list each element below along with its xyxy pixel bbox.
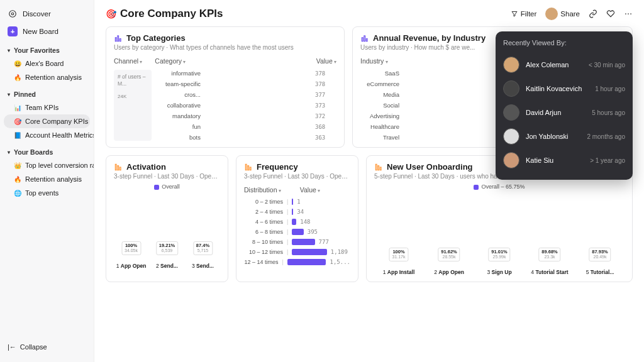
collapse-sidebar[interactable]: |← Collapse xyxy=(0,337,94,357)
freq-row: 12 – 14 times | 1,5... xyxy=(244,259,350,265)
nav-new-board[interactable]: + New Board xyxy=(0,23,94,40)
bar-label: informative xyxy=(157,70,201,77)
avatar-icon xyxy=(503,128,519,145)
bar-label: team-specific xyxy=(157,80,201,87)
bar-track xyxy=(204,134,311,141)
freq-bar xyxy=(292,199,293,205)
viewer-time: > 1 year ago xyxy=(590,157,625,164)
svg-point-2 xyxy=(625,13,626,14)
svg-rect-7 xyxy=(119,38,121,41)
step-badge: 91.62%28.55k xyxy=(438,248,460,261)
item-label: Top events xyxy=(25,189,58,197)
viewer-time: 1 hour ago xyxy=(595,85,625,92)
plus-icon: + xyxy=(8,26,18,36)
filter-value[interactable]: Value xyxy=(300,186,320,194)
step-badge: 91.01%25.99k xyxy=(488,248,510,261)
sidebar-item[interactable]: 🔥Retention analysis xyxy=(0,172,94,186)
share-button[interactable]: Share xyxy=(545,8,580,20)
freq-row: 4 – 6 times | 148 xyxy=(244,219,350,225)
viewer-row[interactable]: Jon Yablonski 2 months ago xyxy=(503,124,625,148)
bar-track xyxy=(204,92,311,98)
link-button[interactable] xyxy=(589,9,597,18)
freq-row: 2 – 4 times | 34 xyxy=(244,209,350,215)
filter-category[interactable]: Category xyxy=(155,57,186,65)
item-label: Alex's Board xyxy=(25,60,64,67)
item-label: Core Company KPIs xyxy=(25,118,88,125)
filter-distribution[interactable]: Distribution xyxy=(244,186,281,194)
bar-label: Advertising xyxy=(360,112,399,119)
svg-rect-14 xyxy=(245,164,247,170)
freq-value: 1 xyxy=(297,199,300,205)
viewer-name: Katie Siu xyxy=(526,156,584,164)
bar-label: mandatory xyxy=(157,112,201,119)
viewer-name: Kaitlin Kovacevich xyxy=(526,85,589,92)
freq-label: 4 – 6 times xyxy=(244,219,283,225)
svg-rect-19 xyxy=(380,167,381,170)
page-title: 🎯 Core Company KPIs xyxy=(106,8,223,20)
legend: Overall xyxy=(114,184,220,190)
bar-row: mandatory 372 xyxy=(157,112,336,119)
avatar-icon xyxy=(503,104,519,121)
freq-row: 6 – 8 times | 395 xyxy=(244,229,350,235)
svg-point-1 xyxy=(11,13,14,15)
bar-value: 373 xyxy=(315,102,336,109)
bar-label: eCommerce xyxy=(360,80,399,87)
more-icon xyxy=(624,9,633,18)
freq-label: 6 – 8 times xyxy=(244,229,283,235)
header-actions: Filter Share xyxy=(511,8,633,20)
item-label: Team KPIs xyxy=(25,104,58,111)
favorite-button[interactable] xyxy=(606,9,615,18)
svg-rect-8 xyxy=(362,37,363,41)
freq-bar xyxy=(287,259,326,265)
link-icon xyxy=(589,9,597,18)
metric-tile[interactable]: # of users – M... 24K xyxy=(114,70,152,141)
section-boards[interactable]: ▾ Your Boards xyxy=(0,142,94,158)
freq-value: 148 xyxy=(300,219,310,225)
card-frequency: Frequency 3-step Funnel · Last 30 Days ·… xyxy=(236,155,358,282)
bar-value: 368 xyxy=(315,124,336,130)
sidebar-item[interactable]: 🔥Retention analysis xyxy=(0,70,94,84)
filter-industry[interactable]: Industry xyxy=(360,57,388,65)
svg-point-4 xyxy=(630,13,631,14)
viewer-row[interactable]: Katie Siu > 1 year ago xyxy=(503,148,625,172)
freq-bar xyxy=(292,219,296,225)
sidebar-item[interactable]: 😀Alex's Board xyxy=(0,57,94,70)
sidebar-item[interactable]: 🌐Top events xyxy=(0,186,94,200)
viewer-time: 5 hours ago xyxy=(592,109,625,116)
bar-row: collaborative 373 xyxy=(157,102,336,109)
filter-button[interactable]: Filter xyxy=(511,10,537,18)
sidebar-item[interactable]: 📘Account Health Metrics xyxy=(0,128,94,142)
sidebar-item[interactable]: 📊Team KPIs xyxy=(0,101,94,114)
funnel-step: 100%31.17k 1 App Install xyxy=(374,265,423,275)
item-label: Retention analysis xyxy=(25,74,82,81)
collapse-icon: |← xyxy=(8,343,16,351)
bar-value: 372 xyxy=(315,113,336,119)
card-subtitle: 3-step Funnel · Last 30 Days · Opening t… xyxy=(244,173,350,180)
svg-rect-16 xyxy=(250,167,251,170)
step-badge: 89.68%23.3k xyxy=(538,248,560,261)
item-emoji-icon: 🎯 xyxy=(14,118,21,125)
viewer-row[interactable]: David Arjun 5 hours ago xyxy=(503,101,625,124)
sidebar-item[interactable]: 🎯Core Company KPIs xyxy=(4,114,90,128)
viewer-row[interactable]: Kaitlin Kovacevich 1 hour ago xyxy=(503,77,625,101)
item-label: Retention analysis xyxy=(25,175,82,183)
step-label: 5 Tutorial... xyxy=(575,269,625,275)
sidebar-item[interactable]: 👑Top level conversion rates xyxy=(0,158,94,172)
item-label: Account Health Metrics xyxy=(25,131,94,139)
bar-row: cros... 377 xyxy=(157,91,336,98)
freq-label: 8 – 10 times xyxy=(244,239,283,245)
nav-discover[interactable]: Discover xyxy=(0,5,94,23)
svg-point-0 xyxy=(9,11,16,18)
section-pinned[interactable]: ▾ Pinned xyxy=(0,84,94,101)
main-content: 🎯 Core Company KPIs Filter Share xyxy=(94,0,644,362)
filter-channel[interactable]: Channel xyxy=(114,57,142,65)
step-badge: 87.93%20.49k xyxy=(589,248,611,261)
chart-icon xyxy=(114,34,123,43)
bar-row: fun 368 xyxy=(157,123,336,130)
bar-row: bots 363 xyxy=(157,134,336,141)
filter-value[interactable]: Value xyxy=(316,57,336,65)
section-favorites[interactable]: ▾ Your Favorites xyxy=(0,40,94,57)
viewer-row[interactable]: Alex Coleman < 30 min ago xyxy=(503,53,625,77)
funnel-step: 100%34.05k 1 App Open xyxy=(114,259,148,269)
more-button[interactable] xyxy=(624,9,633,18)
